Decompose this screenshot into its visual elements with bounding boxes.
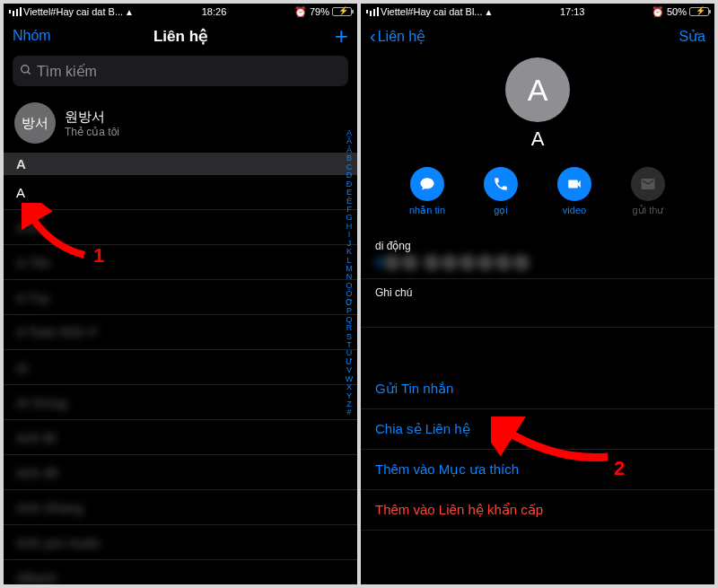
contact-row[interactable]: Anh Bl xyxy=(4,420,357,455)
search-placeholder: Tìm kiếm xyxy=(37,63,97,80)
contact-row[interactable]: A Toàn Bốn P xyxy=(4,315,357,350)
contact-row-label: A M xyxy=(16,220,39,235)
battery-icon: ⚡ xyxy=(689,7,709,16)
contact-row[interactable]: A Tên xyxy=(4,245,357,280)
carrier-text: Viettel#Hay cai dat Bl... xyxy=(381,6,483,17)
status-bar: Viettel#Hay cai dat Bl... ▲ 17:13 ⏰ 50% … xyxy=(361,4,714,20)
emergency-row[interactable]: Thêm vào Liên hệ khẩn cấp xyxy=(361,490,714,531)
groups-button[interactable]: Nhóm xyxy=(13,28,51,44)
signal-icon xyxy=(9,7,22,16)
video-action[interactable]: video xyxy=(547,167,601,216)
phone-icon xyxy=(484,167,518,201)
search-icon xyxy=(20,64,32,79)
wifi-icon: ▲ xyxy=(485,7,494,17)
action-row: nhắn tin gọi video gửi thư xyxy=(361,167,714,216)
svg-point-0 xyxy=(22,65,29,72)
share-contact-row[interactable]: Chia sẻ Liên hệ xyxy=(361,409,714,450)
mobile-label: di động xyxy=(375,240,700,252)
contact-row-label: Anh Shang xyxy=(16,500,83,515)
send-message-row[interactable]: Gửi Tin nhắn xyxy=(361,369,714,409)
mail-label: gửi thư xyxy=(633,205,664,216)
call-action[interactable]: gọi xyxy=(474,167,528,216)
my-card-sub: Thẻ của tôi xyxy=(65,126,119,138)
page-title: Liên hệ xyxy=(4,27,357,46)
back-label: Liên hệ xyxy=(378,28,426,45)
call-label: gọi xyxy=(494,205,508,216)
contact-row[interactable]: Anh Shang xyxy=(4,490,357,525)
contact-row[interactable]: Anh yen Audo xyxy=(4,525,357,560)
message-label: nhắn tin xyxy=(409,205,445,216)
contact-row[interactable]: Ai xyxy=(4,350,357,385)
contact-avatar[interactable]: A xyxy=(505,57,570,122)
my-card-name: 원방서 xyxy=(65,109,119,126)
notes-label: Ghi chú xyxy=(375,286,700,299)
contact-detail-screen: Viettel#Hay cai dat Bl... ▲ 17:13 ⏰ 50% … xyxy=(361,4,714,584)
notes-field[interactable]: Ghi chú xyxy=(361,279,714,328)
contact-row[interactable]: A Tuy xyxy=(4,280,357,315)
mail-icon xyxy=(631,167,665,201)
battery-pct: 79% xyxy=(310,6,329,17)
mobile-value: 0⚫⚫ ⚫⚫⚫⚫⚫⚫ xyxy=(375,254,700,271)
wifi-icon: ▲ xyxy=(125,7,134,17)
alpha-index[interactable]: AĂÂBCDĐEÊFGHIJKLMNOÔƠPQRSTUƯVWXYZ# xyxy=(343,129,355,579)
contact-row-label: A Toàn Bốn P xyxy=(16,324,98,340)
contact-row[interactable]: Anh dh xyxy=(4,455,357,490)
contact-row-label: Anh dh xyxy=(16,465,59,480)
contact-row-label: Ai xyxy=(16,360,28,375)
message-icon xyxy=(410,167,444,201)
avatar: 방서 xyxy=(14,102,56,144)
status-time: 17:13 xyxy=(560,6,585,17)
contact-row[interactable]: Al Smog xyxy=(4,385,357,420)
contact-row[interactable]: Albach xyxy=(4,560,357,584)
nav-bar: ‹ Liên hệ Sửa xyxy=(361,20,714,52)
annotation-step-1: 1 xyxy=(93,244,104,268)
signal-icon xyxy=(366,7,379,16)
contact-row[interactable]: A M xyxy=(4,210,357,245)
back-button[interactable]: ‹ Liên hệ xyxy=(370,28,425,45)
video-label: video xyxy=(563,205,586,215)
battery-icon: ⚡ xyxy=(332,7,352,16)
alarm-icon: ⏰ xyxy=(652,6,664,18)
svg-line-1 xyxy=(28,71,31,74)
video-icon xyxy=(557,167,591,201)
contact-row-label: A xyxy=(16,185,25,200)
contact-row[interactable]: A xyxy=(4,175,357,210)
index-letter[interactable]: # xyxy=(343,408,355,417)
alarm-icon: ⏰ xyxy=(294,6,307,18)
edit-button[interactable]: Sửa xyxy=(679,28,705,45)
my-card[interactable]: 방서 원방서 Thẻ của tôi xyxy=(4,93,357,153)
carrier-text: Viettel#Hay cai dat B... xyxy=(23,6,123,17)
contact-row-label: A Tuy xyxy=(16,290,50,305)
contact-name: A xyxy=(361,127,714,151)
add-favorite-row[interactable]: Thêm vào Mục ưa thích xyxy=(361,450,714,490)
annotation-step-2: 2 xyxy=(614,457,625,480)
contact-row-label: A Tên xyxy=(16,255,51,270)
contact-row-label: Al Smog xyxy=(16,395,67,410)
message-action[interactable]: nhắn tin xyxy=(400,167,454,216)
status-bar: Viettel#Hay cai dat B... ▲ 18:26 ⏰ 79% ⚡ xyxy=(4,4,357,20)
contact-row-label: Albach xyxy=(16,570,57,585)
mail-action: gửi thư xyxy=(621,167,675,216)
contact-row-label: Anh yen Audo xyxy=(16,535,100,550)
section-header-a: A xyxy=(4,153,357,175)
contacts-list-screen: Viettel#Hay cai dat B... ▲ 18:26 ⏰ 79% ⚡… xyxy=(4,4,357,584)
status-time: 18:26 xyxy=(202,6,227,17)
contact-row-label: Anh Bl xyxy=(16,430,56,445)
battery-pct: 50% xyxy=(667,6,687,17)
nav-bar: Nhóm Liên hệ + xyxy=(4,20,357,52)
mobile-field[interactable]: di động 0⚫⚫ ⚫⚫⚫⚫⚫⚫ xyxy=(361,233,714,279)
search-input[interactable]: Tìm kiếm xyxy=(13,56,348,86)
